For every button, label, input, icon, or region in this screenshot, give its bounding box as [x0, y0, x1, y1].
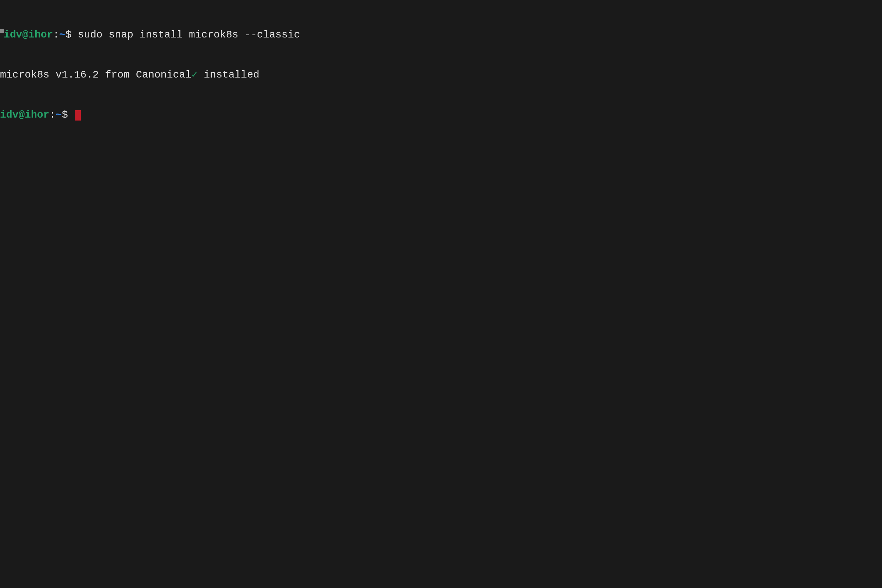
- cursor-block-icon[interactable]: [75, 110, 81, 120]
- prompt-symbol: $: [65, 29, 78, 40]
- output-text-before: microk8s v1.16.2 from Canonical: [0, 69, 192, 81]
- checkmark-icon: ✓: [192, 69, 198, 81]
- prompt-colon: :: [53, 29, 59, 40]
- output-text-after: installed: [198, 69, 260, 81]
- prompt-user-host: idv@ihor: [0, 109, 49, 120]
- terminal-line-3: idv@ihor:~$: [0, 108, 882, 122]
- command-text: sudo snap install microk8s --classic: [78, 29, 300, 40]
- prompt-path: ~: [56, 109, 62, 120]
- indicator-square-icon: [0, 29, 4, 33]
- terminal-window[interactable]: idv@ihor:~$ sudo snap install microk8s -…: [0, 2, 882, 135]
- prompt-colon: :: [49, 109, 56, 120]
- terminal-line-2: microk8s v1.16.2 from Canonical✓ install…: [0, 68, 882, 82]
- prompt-symbol: $: [62, 109, 74, 120]
- terminal-line-1: idv@ihor:~$ sudo snap install microk8s -…: [0, 28, 882, 42]
- prompt-path: ~: [59, 29, 65, 40]
- prompt-user-host: idv@ihor: [4, 29, 53, 40]
